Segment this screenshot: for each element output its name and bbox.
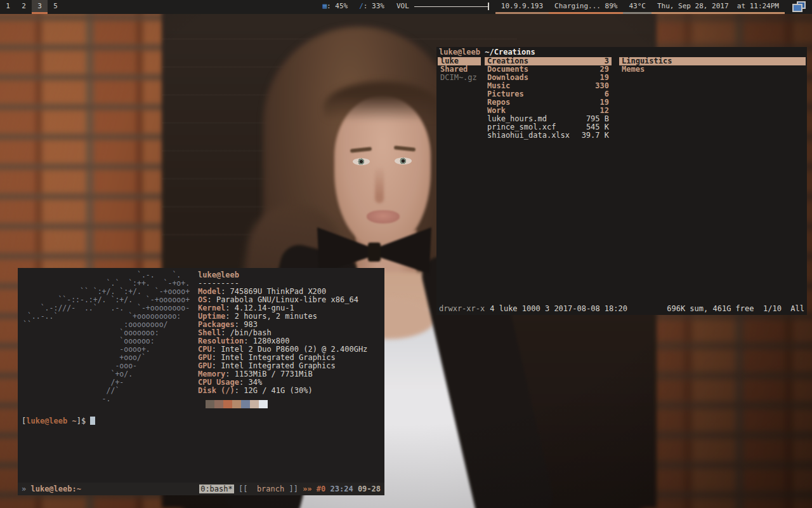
chevrons-icon: »» — [303, 485, 317, 493]
text-cursor — [90, 417, 95, 425]
ip-address: 10.9.9.193 — [495, 0, 549, 14]
terminal-window[interactable]: `.-. `. `.` `:++. `-+o+. `` `:+/. `:+/. … — [18, 268, 384, 495]
datetime-text: Thu, Sep 28, 2017 at 11:24PM — [657, 2, 779, 10]
ranger-preview-column: Linguistics Memes — [619, 57, 806, 74]
parent-item-luke[interactable]: luke — [438, 57, 481, 65]
tmux-status-right: 0:bash* [[ branch ]] »» #0 23:24 09-28 — [199, 485, 381, 493]
volume-slider[interactable] — [414, 3, 489, 10]
tmux-session-tab[interactable]: 0:bash* — [199, 485, 234, 493]
workspace-button-5[interactable]: 5 — [48, 0, 63, 14]
status-bar: 1 2 3 5 ▦: 45% /: 33% VOL 10.9.9.193 Cha… — [0, 0, 812, 14]
disk-usage: /: 33% — [353, 0, 390, 14]
git-branch-label: branch — [257, 485, 284, 493]
neofetch-ascii-art: `.-. `. `.` `:++. `-+o+. `` `:+/. `:+/. … — [23, 271, 190, 403]
tmux-host: luke@leeb:~ — [30, 485, 81, 493]
tmux-window-index: #0 — [317, 485, 331, 493]
ranger-status-bar: drwxr-xr-x4 luke 1000 3 2017-08-08 18:20… — [439, 305, 804, 313]
file-size: 39.7 K — [582, 131, 609, 140]
neofetch-color-palette — [206, 400, 268, 408]
volume-label: VOL — [396, 0, 409, 13]
ranger-title-user: luke@leeb — [439, 48, 480, 57]
neofetch-disk: Disk (/): 12G / 41G (30%) — [198, 387, 367, 395]
prompt-user: luke@leeb — [26, 417, 67, 425]
file-permissions: drwxr-xr-x — [439, 304, 485, 313]
disk-value: : 33% — [363, 2, 384, 10]
memory-usage: ▦: 45% — [317, 0, 353, 14]
workspace-button-1[interactable]: 1 — [0, 0, 16, 14]
workspace-button-2[interactable]: 2 — [16, 0, 32, 14]
file-name: shiaohui_data.xlsx — [487, 131, 570, 140]
tmux-date: 09-28 — [358, 485, 381, 493]
datetime: Thu, Sep 28, 2017 at 11:24PM — [652, 0, 785, 14]
temperature: 43°C — [623, 0, 652, 14]
parent-item-dcim[interactable]: DCIM~.gz — [438, 74, 481, 82]
monitor-icon-front — [792, 4, 802, 12]
palette-swatch-2 — [214, 400, 223, 408]
tmux-status-left: » luke@leeb:~ — [22, 485, 81, 493]
parent-item-shared[interactable]: Shared — [438, 65, 481, 74]
volume-control: VOL — [390, 0, 495, 14]
palette-swatch-5 — [241, 400, 250, 408]
chevron-icon: » — [22, 485, 30, 493]
ranger-title-path: ~/Creations — [485, 48, 535, 57]
ranger-status-right: 696K sum, 461G free 1/10 All — [667, 305, 804, 313]
tmux-clock: 23:24 — [331, 485, 358, 493]
battery-status: Charging... 89% — [549, 0, 623, 14]
prompt-path: ~ — [67, 417, 76, 425]
disk-icon: / — [359, 2, 363, 10]
ranger-main-column: Creations3 Documents29 Downloads19 Music… — [485, 57, 612, 140]
ranger-title: luke@leeb ~/Creations — [439, 48, 535, 57]
ranger-status-left: drwxr-xr-x4 luke 1000 3 2017-08-08 18:20 — [439, 305, 627, 313]
status-bar-right: ▦: 45% /: 33% VOL 10.9.9.193 Charging...… — [317, 0, 812, 14]
ranger-parent-column: luke Shared DCIM~.gz — [438, 57, 481, 82]
workspace-button-3-active[interactable]: 3 — [32, 0, 48, 14]
palette-swatch-4 — [232, 400, 241, 408]
ip-address-text: 10.9.9.193 — [501, 2, 543, 10]
battery-status-text: Charging... 89% — [554, 2, 617, 10]
shell-prompt[interactable]: [luke@leeb ~]$ — [22, 417, 95, 425]
memory-value: : 45% — [327, 2, 348, 10]
file-row-shiaohui-data[interactable]: shiaohui_data.xlsx39.7 K — [485, 131, 612, 140]
tmux-status-bar: » luke@leeb:~ 0:bash* [[ branch ]] »» #0… — [18, 483, 384, 495]
ranger-window[interactable]: luke@leeb ~/Creations luke Shared DCIM~.… — [436, 47, 807, 315]
temperature-text: 43°C — [629, 2, 646, 10]
preview-item-memes[interactable]: Memes — [619, 65, 806, 74]
palette-swatch-3 — [223, 400, 232, 408]
palette-swatch-1 — [206, 400, 214, 408]
palette-swatch-7 — [259, 400, 268, 408]
neofetch-info: luke@leeb --------- Model: 745869U Think… — [198, 271, 367, 395]
monitor-tray-icon[interactable] — [792, 1, 806, 13]
file-metadata: 4 luke 1000 3 2017-08-08 18:20 — [490, 304, 627, 313]
palette-swatch-6 — [250, 400, 259, 408]
preview-item-linguistics[interactable]: Linguistics — [619, 57, 806, 65]
